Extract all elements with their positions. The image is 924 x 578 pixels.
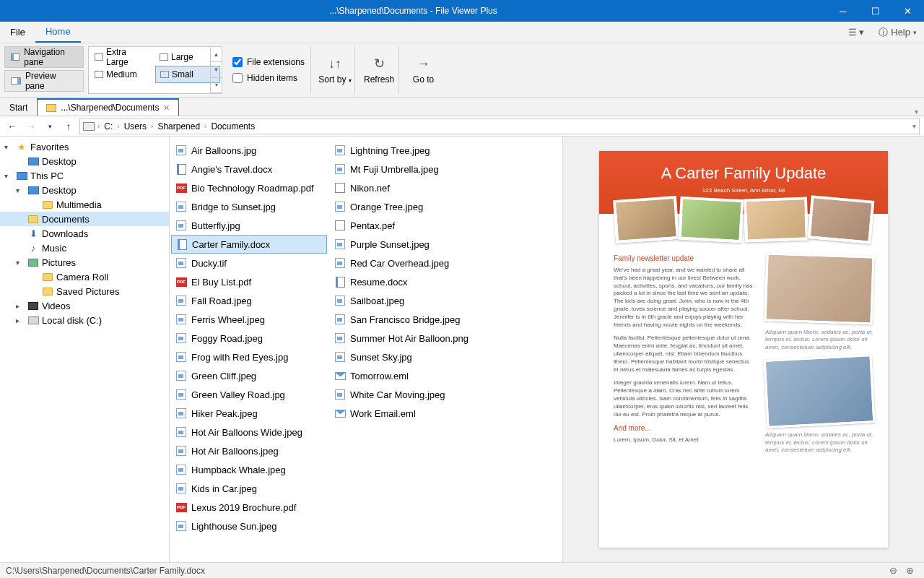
zoom-out-icon[interactable]: ⊖: [885, 565, 902, 576]
file-item[interactable]: Ducky.tif: [171, 254, 327, 272]
tree-downloads[interactable]: ⬇Downloads: [0, 226, 169, 241]
file-icon: [334, 163, 346, 175]
nav-back-button[interactable]: ←: [4, 118, 20, 134]
tree-saved-pictures[interactable]: Saved Pictures: [0, 284, 169, 298]
tree-music[interactable]: ♪Music: [0, 241, 169, 255]
file-icon: [175, 295, 187, 306]
file-icon: [175, 407, 187, 419]
file-item[interactable]: Sunset Sky.jpg: [330, 348, 486, 366]
file-item[interactable]: Humpback Whale.jpeg: [171, 460, 327, 479]
file-item[interactable]: Bridge to Sunset.jpg: [171, 197, 327, 216]
file-item[interactable]: Red Car Overhead.jpeg: [330, 254, 486, 272]
view-options[interactable]: Extra Large Large Medium Small ▲▼▾: [88, 46, 222, 94]
menu-home[interactable]: Home: [35, 22, 81, 43]
file-item[interactable]: Fall Road.jpeg: [171, 291, 327, 310]
tab-start[interactable]: Start: [0, 99, 37, 116]
file-list[interactable]: Air Balloons.jpgAngie's Travel.docxPDFBi…: [170, 137, 563, 562]
file-item[interactable]: Air Balloons.jpg: [171, 141, 327, 160]
file-item[interactable]: Nikon.nef: [330, 178, 486, 197]
file-item[interactable]: Frog with Red Eyes.jpg: [171, 348, 327, 366]
doc-subtitle: 123 Beach Street, Ann Arbor, MI: [606, 187, 881, 194]
file-name: Fall Road.jpeg: [191, 296, 252, 306]
file-item[interactable]: Tomorrow.eml: [330, 366, 486, 385]
breadcrumb[interactable]: › C:› Users› Sharpened› Documents ▾: [79, 118, 920, 134]
file-item[interactable]: Hiker Peak.jpeg: [171, 404, 327, 423]
file-item[interactable]: Green Valley Road.jpg: [171, 385, 327, 404]
title-bar: ...\Sharpened\Documents - File Viewer Pl…: [0, 0, 924, 22]
file-item[interactable]: Summer Hot Air Balloon.png: [330, 329, 486, 348]
minimize-button[interactable]: ─: [827, 0, 859, 22]
go-to-button[interactable]: →Go to: [404, 46, 443, 94]
nav-history-icon[interactable]: ▾: [42, 118, 58, 134]
file-name: Sunset Sky.jpg: [350, 352, 412, 363]
file-item[interactable]: Green Cliff.jpeg: [171, 366, 327, 385]
file-item[interactable]: Purple Sunset.jpeg: [330, 235, 486, 254]
tree-pictures[interactable]: ▾Pictures: [0, 255, 169, 269]
file-icon: [175, 163, 187, 175]
file-item[interactable]: White Car Moving.jpeg: [330, 385, 486, 404]
view-extra-large[interactable]: Extra Large: [90, 48, 155, 66]
tree-favorites[interactable]: ▾★Favorites: [0, 139, 169, 154]
file-item[interactable]: PDFLexus 2019 Brochure.pdf: [171, 498, 327, 517]
file-item[interactable]: Lightning Tree.jpeg: [330, 141, 486, 160]
crumb-c[interactable]: C:: [101, 121, 116, 131]
file-item[interactable]: Orange Tree.jpeg: [330, 197, 486, 216]
settings-icon[interactable]: ☰ ▾: [841, 27, 872, 38]
file-item[interactable]: Lighthouse Sun.jpeg: [171, 517, 327, 535]
file-item[interactable]: Hot Air Balloons Wide.jpeg: [171, 423, 327, 441]
file-item[interactable]: Sailboat.jpeg: [330, 291, 486, 310]
nav-forward-button[interactable]: →: [23, 118, 39, 134]
tree-videos[interactable]: ▸Videos: [0, 298, 169, 313]
file-name: White Car Moving.jpeg: [350, 389, 445, 400]
file-item[interactable]: PDFEl Buy List.pdf: [171, 272, 327, 291]
navigation-tree[interactable]: ▾★Favorites Desktop ▾This PC ▾Desktop Mu…: [0, 137, 170, 562]
crumb-documents[interactable]: Documents: [208, 121, 258, 131]
breadcrumb-dropdown-icon[interactable]: ▾: [912, 122, 916, 130]
refresh-icon: ↻: [374, 56, 385, 72]
menu-file[interactable]: File: [0, 22, 35, 43]
tree-documents[interactable]: Documents: [0, 212, 169, 226]
file-name: Tomorrow.eml: [350, 371, 409, 381]
file-item[interactable]: Kids in Car.jpeg: [171, 479, 327, 498]
view-spin-up[interactable]: ▲: [211, 47, 222, 62]
file-item[interactable]: Carter Family.docx: [171, 235, 327, 254]
tab-close-icon[interactable]: ✕: [163, 103, 170, 113]
file-item[interactable]: PDFBio Technology Roadmap.pdf: [171, 178, 327, 197]
tree-camera-roll[interactable]: Camera Roll: [0, 269, 169, 284]
close-button[interactable]: ✕: [892, 0, 924, 22]
tree-desktop-fav[interactable]: Desktop: [0, 154, 169, 168]
tree-desktop[interactable]: ▾Desktop: [0, 183, 169, 197]
tree-local-disk[interactable]: ▸Local disk (C:): [0, 313, 169, 327]
file-item[interactable]: San Francisco Bridge.jpeg: [330, 310, 486, 329]
navigation-pane-button[interactable]: Navigation pane: [4, 46, 84, 68]
file-item[interactable]: Pentax.pef: [330, 216, 486, 235]
file-item[interactable]: Resume.docx: [330, 272, 486, 291]
file-icon: PDF: [175, 276, 187, 288]
file-item[interactable]: Ferris Wheel.jpeg: [171, 310, 327, 329]
file-icon: [175, 257, 187, 269]
file-item[interactable]: Butterfly.jpg: [171, 216, 327, 235]
maximize-button[interactable]: ☐: [859, 0, 892, 22]
crumb-users[interactable]: Users: [121, 121, 149, 131]
tree-this-pc[interactable]: ▾This PC: [0, 168, 169, 183]
tree-multimedia[interactable]: Multimedia: [0, 197, 169, 212]
view-spin-more[interactable]: ▾: [211, 78, 222, 93]
hidden-items-checkbox[interactable]: Hidden items: [232, 73, 305, 83]
file-item[interactable]: Mt Fuji Umbrella.jpeg: [330, 160, 486, 178]
file-item[interactable]: Hot Air Balloons.jpeg: [171, 441, 327, 460]
help-button[interactable]: ⓘHelp▾: [871, 26, 924, 39]
sort-by-button[interactable]: ↓↑Sort by ▾: [315, 46, 355, 94]
file-item[interactable]: Work Email.eml: [330, 404, 486, 423]
nav-up-button[interactable]: ↑: [61, 118, 77, 134]
zoom-in-icon[interactable]: ⊕: [902, 565, 918, 576]
crumb-sharpened[interactable]: Sharpened: [154, 121, 203, 131]
tab-documents[interactable]: ...\Sharpened\Documents✕: [37, 98, 179, 116]
refresh-button[interactable]: ↻Refresh: [359, 46, 399, 94]
file-item[interactable]: Angie's Travel.docx: [171, 160, 327, 178]
file-item[interactable]: Foggy Road.jpeg: [171, 329, 327, 348]
view-medium[interactable]: Medium: [90, 66, 155, 83]
tab-overflow-icon[interactable]: ▾: [909, 108, 924, 116]
file-extensions-checkbox[interactable]: File extensions: [232, 57, 305, 67]
view-spin-down[interactable]: ▼: [211, 62, 222, 77]
preview-pane-button[interactable]: Preview pane: [4, 70, 84, 92]
